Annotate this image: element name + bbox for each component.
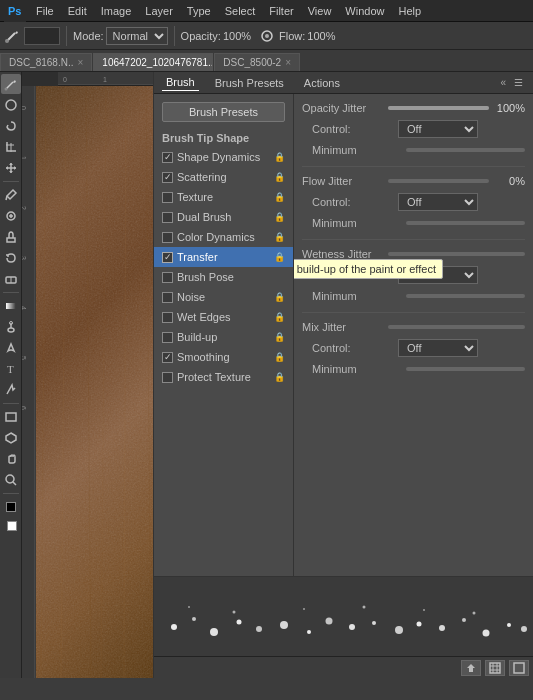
canvas-area[interactable]: 0 1 2 3 4 0 1 2 3 4 5 6: [22, 72, 153, 678]
flow-jitter-slider[interactable]: [388, 179, 489, 183]
svg-point-50: [326, 618, 333, 625]
brush-list-item-build-up[interactable]: Build-up 🔒: [154, 327, 293, 347]
doc-tab-1-close[interactable]: ×: [77, 57, 83, 68]
tool-heal[interactable]: [1, 206, 21, 226]
minimum-slider-1[interactable]: [406, 148, 525, 152]
opacity-jitter-row: Opacity Jitter 100%: [302, 102, 525, 114]
menu-window[interactable]: Window: [339, 3, 390, 19]
tool-brush[interactable]: [1, 74, 21, 94]
tool-3d[interactable]: [1, 428, 21, 448]
brush-list-item-noise[interactable]: Noise 🔒: [154, 287, 293, 307]
menu-view[interactable]: View: [302, 3, 338, 19]
lock-smoothing: 🔒: [274, 352, 285, 362]
brush-list-item-brush-pose[interactable]: Brush Pose: [154, 267, 293, 287]
brush-list-item-transfer[interactable]: Transfer 🔒: [154, 247, 293, 267]
panel-tab-brush-presets[interactable]: Brush Presets: [211, 75, 288, 91]
checkbox-smoothing[interactable]: [162, 352, 173, 363]
background-color[interactable]: [1, 518, 21, 538]
doc-tab-3[interactable]: DSC_8500-2 ×: [214, 53, 300, 71]
tool-pen[interactable]: [1, 338, 21, 358]
panel-bottom-btn-2[interactable]: [485, 660, 505, 676]
checkbox-transfer[interactable]: [162, 252, 173, 263]
checkbox-brush-pose[interactable]: [162, 272, 173, 283]
svg-point-59: [521, 626, 527, 632]
doc-tab-3-close[interactable]: ×: [285, 57, 291, 68]
menu-help[interactable]: Help: [392, 3, 427, 19]
document-tabs: DSC_8168.N.. × 10647202_1020476781...n.j…: [0, 50, 533, 72]
tool-history[interactable]: [1, 248, 21, 268]
minimum-slider-4[interactable]: [406, 367, 525, 371]
brush-list-item-dual-brush[interactable]: Dual Brush 🔒: [154, 207, 293, 227]
brush-list-item-wet-edges[interactable]: Wet Edges 🔒: [154, 307, 293, 327]
tool-rectangle[interactable]: [1, 407, 21, 427]
menu-layer[interactable]: Layer: [139, 3, 179, 19]
tool-stamp[interactable]: [1, 227, 21, 247]
checkbox-wet-edges[interactable]: [162, 312, 173, 323]
wetness-jitter-slider[interactable]: [388, 252, 525, 256]
tool-eyedropper[interactable]: [1, 185, 21, 205]
minimum-slider-2[interactable]: [406, 221, 525, 225]
panel-bottom-btn-3[interactable]: [509, 660, 529, 676]
foreground-color[interactable]: [1, 497, 21, 517]
svg-text:6: 6: [22, 406, 27, 410]
checkbox-scattering[interactable]: [162, 172, 173, 183]
brush-list-item-texture[interactable]: Texture 🔒: [154, 187, 293, 207]
panel-tab-actions[interactable]: Actions: [300, 75, 344, 91]
brush-list-item-smoothing[interactable]: Smoothing 🔒: [154, 347, 293, 367]
menu-file[interactable]: File: [30, 3, 60, 19]
checkbox-build-up[interactable]: [162, 332, 173, 343]
panel-bottom-btn-1[interactable]: [461, 660, 481, 676]
menu-filter[interactable]: Filter: [263, 3, 299, 19]
mode-label: Mode:: [73, 30, 104, 42]
panel-menu-btn[interactable]: ☰: [512, 77, 525, 88]
tool-circle[interactable]: [1, 95, 21, 115]
tool-dodge[interactable]: [1, 317, 21, 337]
canvas-image[interactable]: [36, 86, 153, 678]
tool-gradient[interactable]: [1, 296, 21, 316]
brush-size-input[interactable]: 34: [24, 27, 60, 45]
tool-hand[interactable]: [1, 449, 21, 469]
panel-collapse-btn[interactable]: «: [498, 77, 508, 88]
svg-rect-66: [490, 663, 500, 673]
checkbox-color-dynamics[interactable]: [162, 232, 173, 243]
menu-type[interactable]: Type: [181, 3, 217, 19]
label-transfer: Transfer: [177, 251, 218, 263]
brush-size-control[interactable]: 34: [24, 27, 60, 45]
svg-point-48: [280, 621, 288, 629]
tool-crop[interactable]: [1, 137, 21, 157]
flow-jitter-row: Flow Jitter 0%: [302, 175, 525, 187]
tool-text[interactable]: T: [1, 359, 21, 379]
minimum-slider-3[interactable]: [406, 294, 525, 298]
checkbox-noise[interactable]: [162, 292, 173, 303]
checkbox-dual-brush[interactable]: [162, 212, 173, 223]
label-texture: Texture: [177, 191, 213, 203]
brush-list-item-scattering[interactable]: Scattering 🔒: [154, 167, 293, 187]
doc-tab-1[interactable]: DSC_8168.N.. ×: [0, 53, 92, 71]
tool-move[interactable]: [1, 158, 21, 178]
airbrush-icon[interactable]: [259, 28, 275, 44]
tool-lasso[interactable]: [1, 116, 21, 136]
mix-jitter-slider[interactable]: [388, 325, 525, 329]
doc-tab-2[interactable]: 10647202_1020476781...n.jpg ×: [93, 53, 213, 71]
menu-edit[interactable]: Edit: [62, 3, 93, 19]
minimum-row-1: Minimum: [302, 144, 525, 156]
mode-select[interactable]: Normal: [106, 27, 168, 45]
checkbox-texture[interactable]: [162, 192, 173, 203]
checkbox-protect-texture[interactable]: [162, 372, 173, 383]
menu-image[interactable]: Image: [95, 3, 138, 19]
checkbox-shape-dynamics[interactable]: [162, 152, 173, 163]
tool-zoom[interactable]: [1, 470, 21, 490]
control-select-1[interactable]: Off: [398, 120, 478, 138]
panel-tab-brush[interactable]: Brush: [162, 74, 199, 91]
brush-list-item-color-dynamics[interactable]: Color Dynamics 🔒: [154, 227, 293, 247]
menu-select[interactable]: Select: [219, 3, 262, 19]
brush-list-item-shape-dynamics[interactable]: Shape Dynamics 🔒: [154, 147, 293, 167]
control-select-4[interactable]: Off: [398, 339, 478, 357]
opacity-jitter-slider[interactable]: [388, 106, 489, 110]
tool-path-select[interactable]: [1, 380, 21, 400]
tool-eraser[interactable]: [1, 269, 21, 289]
brush-list-item-protect-texture[interactable]: Protect Texture 🔒: [154, 367, 293, 387]
control-select-2[interactable]: Off: [398, 193, 478, 211]
ps-logo: Ps: [4, 0, 26, 22]
brush-presets-button[interactable]: Brush Presets: [162, 102, 285, 122]
